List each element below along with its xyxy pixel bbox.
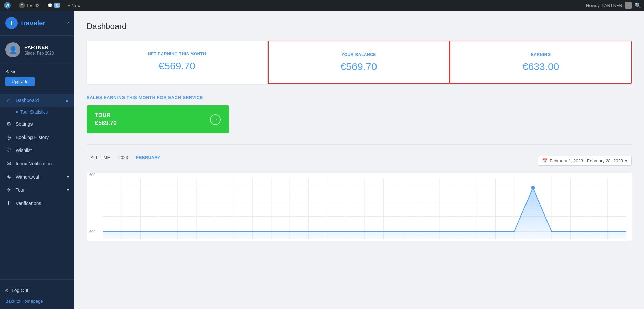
chart-section: ALL TIME 2023 FEBRUARY 📅 February 1, 202…	[87, 153, 632, 241]
sidebar: T traveler ‹ 👤 PARTNER Since: Feb 2023 B…	[0, 11, 74, 309]
wp-site-item[interactable]: T Test02	[18, 0, 41, 11]
tour-icon: ✈	[5, 187, 12, 193]
sidebar-item-tour-statistics[interactable]: Tour Statistics	[0, 107, 74, 117]
section-divider	[87, 144, 632, 145]
sidebar-item-withdrawal-label: Withdrawal	[16, 174, 39, 180]
howdy-text: Howdy, PARTNER	[586, 3, 622, 8]
balance-label: YOUR BALANCE	[277, 52, 441, 57]
chart-svg	[103, 178, 626, 239]
user-avatar: 👤	[5, 42, 20, 57]
chevron-up-icon: ▲	[65, 98, 69, 103]
sidebar-plan: Basic Upgrade	[0, 64, 74, 91]
brand-name: traveler	[21, 19, 45, 27]
sidebar-item-wishlist-label: Wishlist	[16, 148, 32, 153]
stats-row: NET EARNING THIS MONTH €569.70 YOUR BALA…	[87, 41, 632, 84]
clock-icon: ◷	[5, 134, 12, 140]
calendar-icon: 📅	[542, 158, 548, 163]
chart-container: 600 500	[87, 173, 632, 241]
chart-tab-february[interactable]: FEBRUARY	[132, 153, 165, 162]
sales-section-label: SALES EARNING THIS MONTH FOR EACH SERVIC…	[87, 95, 632, 100]
chevron-down-date-icon: ▾	[625, 158, 627, 163]
sidebar-item-inbox-notification[interactable]: ✉ Inbox Notification	[0, 157, 74, 170]
logout-icon: ⎋	[5, 288, 8, 293]
mail-icon: ✉	[5, 160, 12, 167]
logout-label: Log Out	[12, 288, 28, 293]
net-earning-value: €569.70	[95, 60, 259, 72]
comment-icon: 💬	[47, 3, 53, 8]
date-range-text: February 1, 2023 - February 28, 2023	[550, 158, 623, 163]
brand-logo: T traveler	[5, 17, 45, 29]
main-content: Dashboard NET EARNING THIS MONTH €569.70…	[74, 11, 644, 309]
earning-value: €633.00	[458, 61, 623, 73]
sidebar-item-verifications-label: Verifications	[16, 201, 41, 206]
settings-icon: ⚙	[5, 121, 12, 127]
logout-button[interactable]: ⎋ Log Out	[5, 285, 69, 296]
wp-site-logo-icon: T	[19, 2, 25, 8]
service-card-info: TOUR €569.70	[95, 112, 117, 127]
stat-card-balance: YOUR BALANCE €569.70	[268, 41, 450, 84]
wp-logo-icon: W	[4, 2, 11, 9]
service-amount: €569.70	[95, 120, 117, 127]
balance-value: €569.70	[277, 61, 441, 73]
sidebar-item-inbox-notification-label: Inbox Notification	[16, 161, 52, 166]
sidebar-item-tour-statistics-label: Tour Statistics	[20, 109, 48, 115]
tour-service-card[interactable]: TOUR €569.70 →	[87, 105, 229, 133]
collapse-sidebar-button[interactable]: ‹	[67, 20, 69, 26]
wp-admin-bar: W T Test02 💬 0 + New Howdy, PARTNER 🔍	[0, 0, 644, 11]
sidebar-nav: ⌂ Dashboard ▲ Tour Statistics ⚙ Settings…	[0, 91, 74, 279]
wp-bar-right: Howdy, PARTNER 🔍	[586, 2, 641, 9]
sidebar-item-tour-label: Tour	[16, 187, 25, 193]
chart-spike-dot	[531, 186, 535, 190]
wp-comments-item[interactable]: 💬 0	[46, 0, 61, 11]
plan-label: Basic	[5, 69, 69, 74]
sub-dot-icon	[16, 111, 18, 113]
wp-logo-item[interactable]: W	[3, 0, 12, 11]
user-since: Since: Feb 2023	[24, 51, 54, 56]
info-icon: ℹ	[5, 200, 12, 206]
chart-header: ALL TIME 2023 FEBRUARY 📅 February 1, 202…	[87, 153, 632, 169]
stat-card-earning: EARNING €633.00	[450, 41, 632, 84]
back-to-homepage-link[interactable]: Back to Homepage	[5, 298, 69, 304]
upgrade-button[interactable]: Upgrade	[5, 77, 35, 86]
chart-tab-all-time[interactable]: ALL TIME	[87, 153, 114, 162]
stat-card-net-earning: NET EARNING THIS MONTH €569.70	[87, 41, 268, 84]
net-earning-label: NET EARNING THIS MONTH	[95, 52, 259, 56]
date-range-picker[interactable]: 📅 February 1, 2023 - February 28, 2023 ▾	[538, 156, 632, 166]
chevron-down-icon-2: ▾	[67, 188, 69, 192]
sidebar-item-wishlist[interactable]: ♡ Wishlist	[0, 144, 74, 157]
sidebar-item-dashboard[interactable]: ⌂ Dashboard ▲	[0, 94, 74, 107]
home-icon: ⌂	[5, 97, 12, 103]
wp-new-item[interactable]: + New	[66, 0, 82, 11]
withdrawal-icon: ◈	[5, 173, 12, 180]
sidebar-item-dashboard-label: Dashboard	[16, 98, 39, 103]
sidebar-item-tour[interactable]: ✈ Tour ▾	[0, 183, 74, 197]
service-arrow-icon: →	[210, 114, 221, 125]
sales-section: SALES EARNING THIS MONTH FOR EACH SERVIC…	[87, 95, 632, 133]
brand-icon: T	[5, 17, 18, 29]
user-name: PARTNER	[24, 44, 54, 50]
service-name: TOUR	[95, 112, 117, 118]
chart-tabs: ALL TIME 2023 FEBRUARY	[87, 153, 165, 162]
sidebar-item-settings-label: Settings	[16, 121, 33, 127]
chart-tab-2023[interactable]: 2023	[114, 153, 132, 162]
heart-icon: ♡	[5, 147, 12, 153]
sidebar-footer: ⎋ Log Out Back to Homepage	[0, 279, 74, 309]
chart-y-axis: 600 500	[89, 173, 95, 234]
earning-label: EARNING	[458, 52, 623, 57]
wp-site-name: Test02	[26, 3, 39, 8]
new-label: + New	[68, 3, 80, 8]
sidebar-item-booking-history[interactable]: ◷ Booking History	[0, 130, 74, 144]
sidebar-item-settings[interactable]: ⚙ Settings	[0, 117, 74, 130]
user-avatar-wp	[625, 2, 632, 9]
search-icon[interactable]: 🔍	[635, 2, 641, 9]
user-info: PARTNER Since: Feb 2023	[24, 44, 54, 56]
sidebar-brand: T traveler ‹	[0, 11, 74, 36]
sidebar-item-withdrawal[interactable]: ◈ Withdrawal ▾	[0, 170, 74, 183]
sidebar-item-verifications[interactable]: ℹ Verifications	[0, 197, 74, 210]
y-label-500: 500	[89, 230, 95, 234]
main-layout: T traveler ‹ 👤 PARTNER Since: Feb 2023 B…	[0, 11, 644, 309]
comment-count: 0	[54, 3, 60, 8]
sidebar-user: 👤 PARTNER Since: Feb 2023	[0, 36, 74, 64]
sidebar-item-booking-history-label: Booking History	[16, 135, 49, 140]
y-label-600: 600	[89, 173, 95, 177]
